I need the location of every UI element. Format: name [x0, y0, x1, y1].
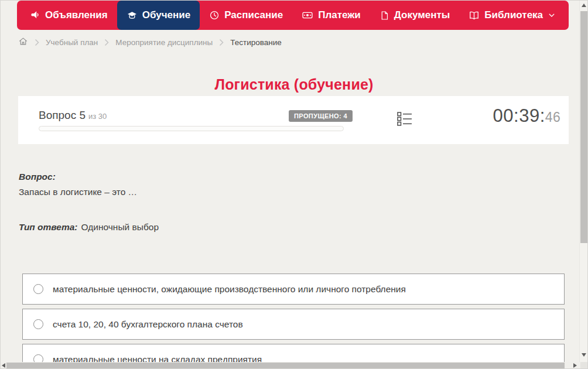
- answer-options: материальные ценности, ожидающие произво…: [22, 274, 565, 369]
- nav-item-label: Объявления: [45, 9, 108, 21]
- horizontal-scrollbar[interactable]: [1, 362, 580, 369]
- nav-item-announcements[interactable]: Объявления: [20, 1, 117, 30]
- horizontal-scrollbar-thumb[interactable]: [6, 363, 565, 369]
- breadcrumb-home[interactable]: [18, 36, 28, 48]
- question-progress-bar[interactable]: [39, 126, 344, 131]
- vertical-scrollbar[interactable]: [579, 1, 587, 362]
- scroll-up-arrow-icon[interactable]: [582, 4, 586, 7]
- breadcrumb: Учебный план Мероприятие дисциплины Тест…: [18, 36, 282, 48]
- breadcrumb-item-discipline-event[interactable]: Мероприятие дисциплины: [115, 38, 213, 47]
- answer-option-text: счета 10, 20, 40 бухгалтерского плана сч…: [53, 319, 243, 330]
- question-text: Запасы в логистике – это …: [19, 187, 137, 197]
- question-header-card: Вопрос 5из 30 ПРОПУЩЕНО: 4 00:39:46: [18, 96, 569, 144]
- radio-button[interactable]: [33, 319, 43, 329]
- chevron-down-icon: [548, 11, 556, 19]
- document-icon: [380, 11, 389, 20]
- page-title: Логистика (обучение): [1, 76, 587, 93]
- library-book-icon: [469, 10, 480, 21]
- timer-minutes: 00:39:: [493, 105, 545, 126]
- scroll-right-arrow-icon[interactable]: [573, 363, 577, 368]
- answer-option-text: материальные ценности, ожидающие произво…: [53, 284, 406, 295]
- countdown-timer: 00:39:46: [493, 105, 560, 127]
- app-viewport: Объявления Обучение Расписание Платежи Д…: [0, 0, 588, 369]
- skipped-badge: ПРОПУЩЕНО: 4: [289, 110, 353, 122]
- megaphone-icon: [30, 10, 40, 20]
- graduation-cap-icon: [127, 10, 138, 21]
- question-label: Вопрос:: [19, 172, 56, 182]
- clock-icon: [209, 10, 220, 20]
- breadcrumb-separator-icon: [219, 39, 224, 46]
- nav-item-documents[interactable]: Документы: [370, 1, 460, 30]
- nav-item-label: Библиотека: [484, 9, 543, 21]
- scrollbar-corner: [580, 362, 588, 369]
- breadcrumb-separator-icon: [104, 39, 109, 46]
- radio-button[interactable]: [33, 284, 43, 294]
- nav-item-label: Расписание: [224, 9, 283, 21]
- home-icon: [18, 39, 28, 48]
- nav-item-payments[interactable]: Платежи: [292, 1, 370, 30]
- breadcrumb-separator-icon: [35, 39, 39, 46]
- vertical-scrollbar-thumb[interactable]: [580, 11, 587, 243]
- answer-type-row: Тип ответа:Одиночный выбор: [19, 222, 159, 233]
- banknote-icon: [302, 9, 313, 21]
- question-total-label: из 30: [88, 112, 107, 121]
- question-number: Вопрос 5из 30: [39, 109, 107, 122]
- scroll-down-arrow-icon[interactable]: [582, 353, 586, 357]
- breadcrumb-item-testing: Тестирование: [230, 38, 282, 47]
- answer-type-value: Одиночный выбор: [81, 222, 159, 232]
- nav-item-label: Обучение: [142, 9, 190, 21]
- question-list-icon: [396, 111, 413, 129]
- nav-item-label: Документы: [394, 9, 450, 21]
- answer-type-label: Тип ответа:: [19, 222, 78, 232]
- nav-item-library[interactable]: Библиотека: [459, 1, 565, 30]
- answer-option-1[interactable]: материальные ценности, ожидающие произво…: [22, 274, 565, 305]
- nav-item-label: Платежи: [318, 9, 361, 21]
- top-navigation: Объявления Обучение Расписание Платежи Д…: [17, 1, 569, 30]
- breadcrumb-item-curriculum[interactable]: Учебный план: [46, 38, 98, 47]
- nav-item-schedule[interactable]: Расписание: [200, 1, 292, 30]
- nav-item-education[interactable]: Обучение: [117, 1, 200, 30]
- answer-option-2[interactable]: счета 10, 20, 40 бухгалтерского плана сч…: [22, 309, 565, 340]
- question-list-button[interactable]: [395, 111, 414, 129]
- question-number-label: Вопрос 5: [39, 109, 86, 121]
- timer-seconds: 46: [545, 110, 560, 125]
- scroll-left-arrow-icon[interactable]: [2, 363, 5, 368]
